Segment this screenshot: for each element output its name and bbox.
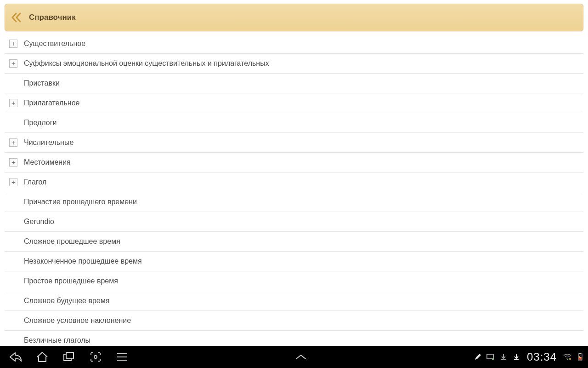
status-edit-icon xyxy=(474,353,482,361)
list-item-label: Gerundio xyxy=(24,218,54,226)
nav-back-button[interactable] xyxy=(9,351,22,363)
list-item[interactable]: Простое прошедшее время xyxy=(5,271,583,291)
expand-toggle[interactable]: + xyxy=(9,59,17,68)
list-item-label: Существительное xyxy=(24,40,85,48)
expand-toggle[interactable]: + xyxy=(9,158,17,167)
status-battery-icon xyxy=(576,353,584,361)
sysbar-center xyxy=(129,351,474,363)
svg-point-7 xyxy=(567,359,568,360)
nav-expand-button[interactable] xyxy=(294,351,307,363)
list-item[interactable]: Сложное условное наклонение xyxy=(5,311,583,331)
status-clock: 03:34 xyxy=(527,351,557,363)
status-download-icon-2 xyxy=(512,353,520,361)
back-button[interactable] xyxy=(10,11,23,24)
expand-toggle[interactable]: + xyxy=(9,40,17,48)
expand-spacer xyxy=(9,297,17,305)
status-wifi-icon xyxy=(563,353,571,361)
list-item[interactable]: +Существительное xyxy=(5,34,583,54)
screenshot-icon xyxy=(89,351,102,363)
sysbar-left xyxy=(4,351,129,363)
nav-recent-button[interactable] xyxy=(62,351,75,363)
back-arrow-icon xyxy=(9,351,22,363)
list-item-label: Числительные xyxy=(24,138,74,147)
list-item[interactable]: +Числительные xyxy=(5,133,583,153)
list-item-label: Приставки xyxy=(24,79,60,87)
nav-menu-button[interactable] xyxy=(116,351,129,363)
list-item-label: Суффиксы эмоциональной оценки существите… xyxy=(24,59,269,68)
list-item-label: Предлоги xyxy=(24,119,57,127)
page-title: Справочник xyxy=(29,13,76,22)
content-area: Справочник +Существительное+Суффиксы эмо… xyxy=(0,0,588,346)
download-icon xyxy=(500,353,507,361)
nav-screenshot-button[interactable] xyxy=(89,351,102,363)
list-item[interactable]: +Прилагательное xyxy=(5,93,583,113)
header-bar: Справочник xyxy=(5,4,583,31)
reference-list: +Существительное+Суффиксы эмоциональной … xyxy=(5,34,583,346)
wifi-icon xyxy=(563,353,571,361)
pencil-icon xyxy=(474,353,481,361)
chevron-double-left-icon xyxy=(11,12,23,23)
expand-toggle[interactable]: + xyxy=(9,178,17,186)
list-item[interactable]: Незаконченное прошедшее время xyxy=(5,252,583,271)
sysbar-right: 03:34 xyxy=(474,351,584,363)
expand-spacer xyxy=(9,336,17,345)
sync-icon xyxy=(486,353,495,361)
list-item[interactable]: Приставки xyxy=(5,74,583,93)
expand-spacer xyxy=(9,316,17,325)
list-item[interactable]: Предлоги xyxy=(5,113,583,133)
home-icon xyxy=(36,351,49,363)
download-icon xyxy=(513,353,520,361)
recent-apps-icon xyxy=(62,351,75,363)
list-item-label: Сложное будущее время xyxy=(24,297,109,305)
list-item-label: Причастие прошедшего времени xyxy=(24,198,137,206)
battery-icon xyxy=(577,353,583,361)
list-item[interactable]: Безличные глаголы xyxy=(5,331,583,346)
nav-home-button[interactable] xyxy=(36,351,49,363)
list-item[interactable]: +Суффиксы эмоциональной оценки существит… xyxy=(5,54,583,74)
list-item[interactable]: Gerundio xyxy=(5,212,583,232)
list-item[interactable]: Причастие прошедшего времени xyxy=(5,192,583,212)
list-item-label: Прилагательное xyxy=(24,99,79,107)
svg-rect-6 xyxy=(487,354,493,359)
expand-spacer xyxy=(9,277,17,285)
list-item-label: Глагол xyxy=(24,178,46,186)
list-item-label: Незаконченное прошедшее время xyxy=(24,257,142,265)
status-sync-icon xyxy=(486,353,495,361)
expand-spacer xyxy=(9,79,17,87)
list-item-label: Безличные глаголы xyxy=(24,336,90,345)
list-item[interactable]: Сложное прошедшее время xyxy=(5,232,583,252)
chevron-up-icon xyxy=(294,353,307,361)
expand-spacer xyxy=(9,198,17,206)
svg-rect-1 xyxy=(66,352,74,359)
app-root: Справочник +Существительное+Суффиксы эмо… xyxy=(0,0,588,368)
expand-toggle[interactable]: + xyxy=(9,138,17,147)
expand-spacer xyxy=(9,218,17,226)
svg-point-2 xyxy=(94,356,97,358)
expand-spacer xyxy=(9,119,17,127)
svg-rect-9 xyxy=(579,353,581,354)
list-item[interactable]: +Глагол xyxy=(5,172,583,192)
list-item-label: Местоимения xyxy=(24,158,71,167)
expand-spacer xyxy=(9,257,17,265)
menu-icon xyxy=(116,352,128,362)
list-item-label: Простое прошедшее время xyxy=(24,277,118,285)
list-item[interactable]: +Местоимения xyxy=(5,153,583,172)
system-navigation-bar: 03:34 xyxy=(0,346,588,368)
list-item-label: Сложное прошедшее время xyxy=(24,237,120,246)
expand-spacer xyxy=(9,237,17,246)
expand-toggle[interactable]: + xyxy=(9,99,17,107)
list-item-label: Сложное условное наклонение xyxy=(24,316,131,325)
status-download-icon-1 xyxy=(499,353,508,361)
list-item[interactable]: Сложное будущее время xyxy=(5,291,583,311)
